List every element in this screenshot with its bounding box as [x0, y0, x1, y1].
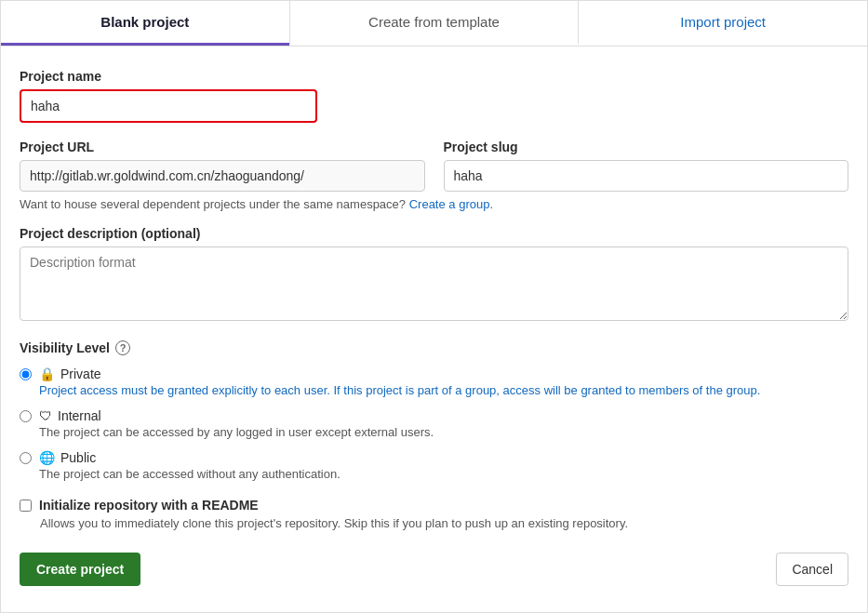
tabs-bar: Blank project Create from template Impor…	[1, 1, 867, 47]
init-readme-section: Initialize repository with a README Allo…	[20, 498, 848, 530]
project-name-group: Project name	[20, 69, 848, 123]
form-content: Project name Project URL Project slug Wa…	[1, 47, 867, 608]
visibility-option-private: 🔒 Private Project access must be granted…	[20, 366, 848, 397]
project-name-label: Project name	[20, 69, 848, 84]
create-group-link[interactable]: Create a group.	[409, 197, 493, 211]
init-readme-desc: Allows you to immediately clone this pro…	[40, 516, 848, 530]
project-slug-group: Project slug	[444, 140, 849, 192]
visibility-radio-public[interactable]	[20, 452, 32, 464]
init-readme-label[interactable]: Initialize repository with a README	[39, 498, 259, 513]
project-name-input[interactable]	[20, 89, 317, 123]
description-label: Project description (optional)	[20, 226, 848, 241]
tab-create-from-template[interactable]: Create from template	[289, 1, 580, 46]
lock-icon: 🔒	[39, 366, 55, 381]
visibility-label: Visibility Level ?	[20, 340, 848, 355]
visibility-radio-private[interactable]	[20, 368, 32, 380]
form-actions: Create project Cancel	[20, 553, 848, 586]
visibility-desc-internal: The project can be accessed by any logge…	[39, 425, 434, 439]
url-slug-row: Project URL Project slug	[20, 140, 848, 192]
namespace-helper: Want to house several dependent projects…	[20, 197, 848, 211]
description-textarea[interactable]	[20, 247, 848, 321]
project-url-group: Project URL	[20, 140, 425, 192]
visibility-option-public: 🌐 Public The project can be accessed wit…	[20, 450, 848, 481]
visibility-group: Visibility Level ? 🔒 Private Project acc…	[20, 340, 848, 481]
project-slug-label: Project slug	[444, 140, 849, 154]
visibility-desc-private: Project access must be granted explicitl…	[39, 383, 760, 397]
shield-icon: 🛡	[39, 408, 52, 423]
project-slug-input[interactable]	[444, 160, 849, 192]
main-container: Blank project Create from template Impor…	[0, 0, 868, 613]
visibility-option-internal: 🛡 Internal The project can be accessed b…	[20, 408, 848, 439]
globe-icon: 🌐	[39, 450, 55, 465]
visibility-desc-public: The project can be accessed without any …	[39, 467, 341, 481]
project-url-label: Project URL	[20, 140, 425, 154]
visibility-radio-internal[interactable]	[20, 410, 32, 422]
visibility-help-icon[interactable]: ?	[115, 340, 130, 355]
tab-blank-project[interactable]: Blank project	[1, 1, 289, 46]
tab-import-project[interactable]: Import project	[579, 1, 867, 46]
project-url-input[interactable]	[20, 160, 425, 192]
init-readme-checkbox[interactable]	[20, 500, 32, 512]
create-project-button[interactable]: Create project	[20, 553, 140, 586]
cancel-button[interactable]: Cancel	[776, 553, 848, 586]
description-group: Project description (optional)	[20, 226, 848, 324]
